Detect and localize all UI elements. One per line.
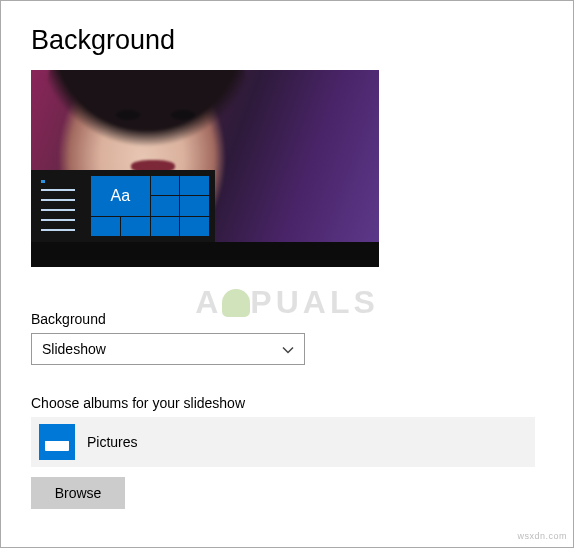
background-label: Background <box>31 311 543 327</box>
background-dropdown[interactable]: Slideshow <box>31 333 305 365</box>
albums-label: Choose albums for your slideshow <box>31 395 543 411</box>
chevron-down-icon <box>282 343 294 355</box>
album-item[interactable]: Pictures <box>31 417 535 467</box>
pictures-folder-icon <box>39 424 75 460</box>
sample-text-tile: Aa <box>91 176 150 216</box>
taskbar-preview <box>31 242 379 267</box>
background-dropdown-value: Slideshow <box>42 341 106 357</box>
album-item-label: Pictures <box>87 434 138 450</box>
desktop-preview: Aa <box>31 70 379 267</box>
source-note: wsxdn.com <box>517 531 567 541</box>
page-title: Background <box>31 25 543 56</box>
start-menu-preview: Aa <box>31 170 215 242</box>
browse-button[interactable]: Browse <box>31 477 125 509</box>
